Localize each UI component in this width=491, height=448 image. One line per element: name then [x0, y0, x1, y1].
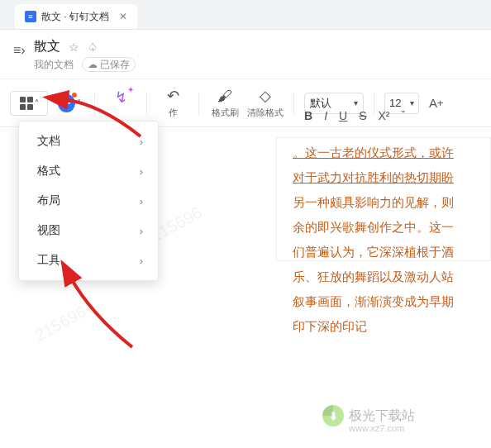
text-line: 们普遍认为，它深深植根于酒 — [293, 240, 489, 265]
text-line: 乐、狂放的舞蹈以及激动人站 — [293, 265, 489, 289]
text-line: 余的即兴歌舞创作之中。这一 — [293, 215, 489, 240]
logo-icon: ⬇ — [322, 405, 344, 427]
doc-title: 散文 — [34, 38, 60, 55]
chevron-right-icon: › — [140, 255, 143, 267]
wand-icon: ↯✦ — [115, 88, 127, 107]
chevron-right-icon: › — [140, 136, 143, 148]
bold-button[interactable]: B — [304, 109, 312, 122]
increase-font-button[interactable]: A+ — [426, 91, 446, 116]
more-chevron-icon[interactable]: ˇ — [401, 109, 405, 122]
chevron-right-icon: › — [140, 165, 143, 178]
close-icon[interactable]: ✕ — [119, 11, 127, 22]
chevron-up-icon: ˄ — [35, 98, 39, 107]
chevron-down-icon: ▾ — [354, 98, 358, 107]
grid-icon — [20, 97, 33, 110]
menu-item-layout[interactable]: 布局› — [19, 186, 158, 216]
doc-icon: ≡ — [25, 11, 36, 22]
italic-button[interactable]: I — [324, 109, 327, 122]
grid-dropdown-menu: 文档› 格式› 布局› 视图› 工具› — [18, 121, 159, 281]
eraser-icon: ◇ — [260, 87, 271, 105]
bell-icon[interactable]: ♤ — [88, 41, 98, 54]
saved-badge: ☁ 已保存 — [82, 57, 136, 72]
menu-item-format[interactable]: 格式› — [19, 156, 158, 186]
strike-button[interactable]: S — [359, 109, 366, 122]
hamburger-icon[interactable]: ≡› — [13, 43, 26, 58]
doc-header: ≡› 散文 ☆ ♤ 我的文档 ☁ 已保存 — [0, 30, 491, 79]
text-line: 。这一古老的仪式形式，或许 — [293, 141, 489, 165]
menu-item-doc[interactable]: 文档› — [19, 126, 158, 156]
superscript-button[interactable]: X² — [378, 109, 389, 122]
text-line: 对于武力对抗胜利的热切期盼 — [293, 165, 489, 190]
text-line: 另一种颇具影响力的见解，则 — [293, 190, 489, 215]
chevron-right-icon: › — [140, 195, 143, 207]
menu-item-view[interactable]: 视图› — [19, 216, 158, 245]
watermark-logo: ⬇ 极光下载站 www.xz7.com — [322, 405, 415, 427]
tab-title: 散文 · 钉钉文档 — [41, 10, 109, 24]
cloud-icon: ☁ — [88, 59, 98, 70]
undo-icon: ↶ — [167, 87, 179, 105]
chevron-down-icon: ▾ — [410, 98, 414, 107]
paint-roller-icon: 🖌 — [217, 88, 232, 105]
text-line: 叙事画面，渐渐演变成为早期 — [293, 289, 489, 314]
chevron-right-icon: › — [140, 225, 143, 237]
chevron-down-icon: ˅ — [77, 98, 81, 107]
star-icon[interactable]: ☆ — [69, 41, 79, 54]
notification-dot — [72, 93, 77, 98]
underline-button[interactable]: U — [339, 109, 347, 122]
breadcrumb[interactable]: 我的文档 — [34, 58, 74, 72]
text-line: 印下深的印记 — [293, 314, 489, 339]
tab-bar: ≡ 散文 · 钉钉文档 ✕ — [0, 0, 491, 30]
active-tab[interactable]: ≡ 散文 · 钉钉文档 ✕ — [15, 4, 137, 29]
menu-item-tools[interactable]: 工具› — [19, 245, 158, 275]
document-body[interactable]: 。这一古老的仪式形式，或许 对于武力对抗胜利的热切期盼 另一种颇具影响力的见解，… — [293, 141, 491, 339]
watermark-text: 215696 — [32, 303, 90, 346]
